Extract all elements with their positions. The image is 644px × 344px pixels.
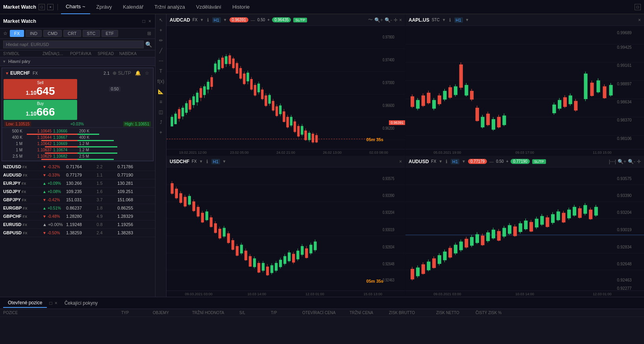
minimize-btn[interactable]: □ (39, 4, 45, 10)
mw-tab-crt[interactable]: CRT (63, 30, 81, 37)
svg-rect-151 (574, 101, 577, 110)
tab-trzni-analyza[interactable]: Tržní analýza (150, 0, 190, 14)
svg-rect-327 (594, 207, 598, 215)
pair-nzdusd[interactable]: NZDUSD FX ▼ -0.32% 0.71764 2.2 0.71786 (0, 163, 155, 171)
tool-fibonacci[interactable]: ⋯ (157, 57, 165, 65)
audcad-info-btn[interactable]: ℹ (206, 17, 210, 24)
aaplus-info-btn[interactable]: ℹ (448, 17, 452, 24)
usdchf-canvas: 0.93575 0.93390 0.93204 0.93019 0.92834 … (167, 167, 405, 291)
maximize-charts-btn[interactable]: □ (635, 4, 641, 10)
audcad-zoom-in-btn[interactable]: 🔍+ (374, 17, 383, 23)
svg-rect-307 (540, 216, 544, 224)
pair-nzdusd-symbol: NZDUSD FX (3, 164, 43, 169)
svg-rect-137 (492, 120, 495, 130)
tool-layers[interactable]: ◫ (157, 108, 165, 116)
svg-rect-89 (312, 134, 314, 142)
svg-rect-311 (551, 214, 554, 223)
pair-eurgbp-spread: 1.8 (92, 206, 107, 210)
search-icon-btn[interactable]: 🔍 (145, 41, 152, 48)
mw-tab-ind[interactable]: IND (26, 30, 42, 37)
tool-crosshair[interactable]: + (157, 26, 165, 35)
pair-gbpchf[interactable]: GBPCHF FX ▼ -0.48% 1.28280 4.9 1.28329 (0, 212, 155, 221)
audcad-crosshair-btn[interactable]: ✛ (394, 17, 398, 23)
tool-fx[interactable]: f(x) (157, 77, 165, 86)
svg-rect-19 (185, 103, 188, 112)
mw-tab-etf[interactable]: ETF (102, 30, 118, 37)
eurchf-alert-btn[interactable]: 🔔 (134, 70, 142, 77)
eurchf-sltp-btn[interactable]: ⊕ SL/TP (112, 70, 132, 77)
positions-minimize-btn[interactable]: □ (48, 300, 53, 307)
audusd-info-btn[interactable]: ℹ (445, 158, 448, 165)
svg-rect-226 (279, 260, 281, 267)
tab-pending-orders[interactable]: Čekající pokyny (60, 299, 103, 307)
pair-gbpjpy[interactable]: GBPJPY FX ▼ -0.42% 151.031 3.7 151.068 (0, 196, 155, 204)
svg-rect-161 (609, 85, 613, 96)
positions-close-btn[interactable]: × (54, 300, 58, 307)
pair-gbpusd[interactable]: GBPUSD FX ▼ -0.50% 1.38259 2.4 1.38283 (0, 229, 155, 237)
tab-historie[interactable]: Historie (228, 0, 254, 14)
svg-text:0.93019: 0.93019 (617, 228, 631, 232)
svg-rect-75 (287, 117, 289, 127)
pair-eurjpy[interactable]: EURJPY FX ▲ +0.09% 130.266 1.5 130.281 (0, 179, 155, 188)
audusd-spread-val: 0.50 (496, 159, 503, 164)
usdchf-info-btn[interactable]: ℹ (205, 158, 209, 165)
tool-cursor[interactable]: ↖ (157, 16, 165, 24)
search-input[interactable] (3, 40, 144, 48)
svg-rect-271 (443, 252, 446, 260)
mw-minimize-btn[interactable]: □ (142, 18, 146, 25)
tool-pen[interactable]: ✏ (157, 36, 165, 45)
usdchf-symbol: USDCHF (170, 159, 189, 164)
audusd-zoom-out-btn[interactable]: 🔍- (628, 159, 635, 164)
mw-tab-stc[interactable]: STC (83, 30, 100, 37)
pair-eurusd-ask: 1.19256 (107, 222, 133, 227)
audcad-countdown: 05m 35s (366, 137, 383, 142)
eurchf-star-btn[interactable]: ☆ (144, 70, 150, 77)
mw-tab-cmd[interactable]: CMD (43, 30, 62, 37)
close-btn[interactable]: × (47, 4, 54, 10)
pair-gbpjpy-bid: 151.031 (66, 197, 92, 202)
mw-close-btn[interactable]: × (148, 18, 152, 25)
usdchf-close-btn[interactable]: × (399, 159, 402, 164)
svg-rect-65 (268, 95, 271, 103)
col-sl: S/L (239, 311, 271, 315)
audusd-zoom-btn[interactable]: |⋯| (609, 159, 616, 164)
tool-share[interactable]: ⤴ (157, 118, 165, 127)
buy-box[interactable]: Buy 1.10666 (4, 100, 77, 120)
svg-rect-305 (535, 219, 538, 227)
mw-tab-fx[interactable]: FX (10, 30, 24, 37)
svg-rect-218 (262, 263, 264, 270)
tool-text[interactable]: T (157, 67, 165, 75)
ob-row-3: 1 M 1.10642 1.10669 1.2 M (4, 141, 152, 146)
mw-grid-btn[interactable]: ⊞ (146, 30, 152, 37)
tool-add[interactable]: + (157, 128, 165, 137)
aaplus-close-btn[interactable]: × (638, 17, 641, 23)
tool-line[interactable]: ╱ (157, 46, 165, 55)
audcad-buy-price: 0.96435 (272, 17, 291, 22)
tab-open-positions[interactable]: Otevřené pozice (3, 298, 47, 308)
svg-rect-216 (257, 263, 260, 272)
pair-audusd[interactable]: AUDUSD FX ▼ -0.33% 0.77179 1.1 0.77190 (0, 171, 155, 179)
audusd-zoom-in-btn[interactable]: 🔍+ (618, 159, 626, 164)
tab-kalendar[interactable]: Kalendář (118, 0, 148, 14)
svg-rect-107 (411, 97, 414, 107)
top-bar: Market Watch □ × Charts ~ Zprávy Kalendá… (0, 0, 644, 14)
audcad-sltp-btn[interactable]: SL/TP (293, 18, 307, 22)
audusd-sltp-btn[interactable]: SL/TP (532, 159, 546, 164)
tab-charts[interactable]: Charts ~ (61, 0, 90, 14)
col-zisk-brutto: ZISK BRUTTO (389, 311, 436, 315)
tool-measure[interactable]: 📐 (157, 87, 165, 96)
pair-eurgbp[interactable]: EURGBP FX ▲ +0.51% 0.86237 1.8 0.86255 (0, 204, 155, 212)
sell-box[interactable]: Sell 1.10645 (4, 79, 77, 99)
audusd-crosshair-btn[interactable]: ✛ (637, 159, 641, 164)
bottom-tabs: Otevřené pozice □ × Čekající pokyny (0, 297, 644, 309)
pair-usdjpy[interactable]: USDJPY FX ▲ +0.08% 109.235 1.6 109.251 (0, 188, 155, 196)
audcad-close-btn[interactable]: × (399, 17, 402, 23)
col-ask: NABÍDKA (119, 52, 147, 56)
tool-settings-lines[interactable]: ≡ (157, 97, 165, 106)
audcad-zoom-out-btn[interactable]: 🔍- (385, 17, 392, 23)
pair-eurusd[interactable]: EURUSD FX ▲ +0.00% 1.19248 0.8 1.19256 (0, 221, 155, 229)
tab-zpravy[interactable]: Zprávy (92, 0, 117, 14)
tab-vzdelavani[interactable]: Vzdělávání (191, 0, 226, 14)
buy-price: 1.10666 (26, 106, 55, 118)
audcad-wave-btn[interactable]: 〜 (368, 17, 373, 23)
